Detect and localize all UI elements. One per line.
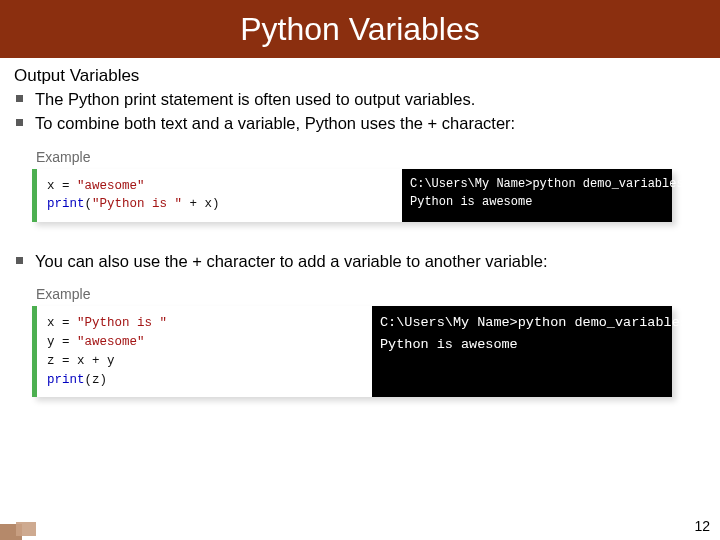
example-label: Example [36, 149, 672, 165]
slide-content: Output Variables The Python print statem… [0, 58, 720, 397]
page-number: 12 [694, 518, 710, 534]
code-text: y = [47, 335, 77, 349]
example-body: x = "awesome" print("Python is " + x) C:… [32, 169, 672, 223]
code-text: x = [47, 179, 77, 193]
terminal-line: Python is awesome [380, 337, 518, 352]
code-fn: print [47, 373, 85, 387]
code-pane: x = "Python is " y = "awesome" z = x + y… [32, 306, 372, 397]
code-text: z = x + y [47, 354, 115, 368]
example-body: x = "Python is " y = "awesome" z = x + y… [32, 306, 672, 397]
code-text: x = [47, 316, 77, 330]
code-string: "Python is " [92, 197, 182, 211]
code-string: "awesome" [77, 335, 145, 349]
code-string: "Python is " [77, 316, 167, 330]
code-text: ( [85, 197, 93, 211]
slide-title: Python Variables [240, 11, 480, 48]
terminal-pane: C:\Users\My Name>python demo_variables4.… [402, 169, 672, 223]
code-text: (z) [85, 373, 108, 387]
example-label: Example [36, 286, 672, 302]
bullet-icon [16, 119, 23, 126]
corner-decoration [0, 516, 40, 540]
terminal-line: Python is awesome [410, 195, 532, 209]
example-block-1: Example x = "awesome" print("Python is "… [32, 149, 672, 223]
bullet-icon [16, 257, 23, 264]
bullet-item: To combine both text and a variable, Pyt… [14, 112, 706, 134]
terminal-pane: C:\Users\My Name>python demo_variables4.… [372, 306, 672, 397]
terminal-line: C:\Users\My Name>python demo_variables4.… [380, 315, 720, 330]
code-fn: print [47, 197, 85, 211]
code-string: "awesome" [77, 179, 145, 193]
terminal-line: C:\Users\My Name>python demo_variables4.… [410, 177, 712, 191]
code-text: + x) [182, 197, 220, 211]
title-bar: Python Variables [0, 0, 720, 58]
bullet-item: The Python print statement is often used… [14, 88, 706, 110]
bullet-icon [16, 95, 23, 102]
bullet-text: To combine both text and a variable, Pyt… [35, 112, 515, 134]
bullet-text: You can also use the + character to add … [35, 250, 548, 272]
bullet-text: The Python print statement is often used… [35, 88, 475, 110]
section-subtitle: Output Variables [14, 66, 706, 86]
code-pane: x = "awesome" print("Python is " + x) [32, 169, 402, 223]
bullet-item: You can also use the + character to add … [14, 250, 706, 272]
example-block-2: Example x = "Python is " y = "awesome" z… [32, 286, 672, 397]
